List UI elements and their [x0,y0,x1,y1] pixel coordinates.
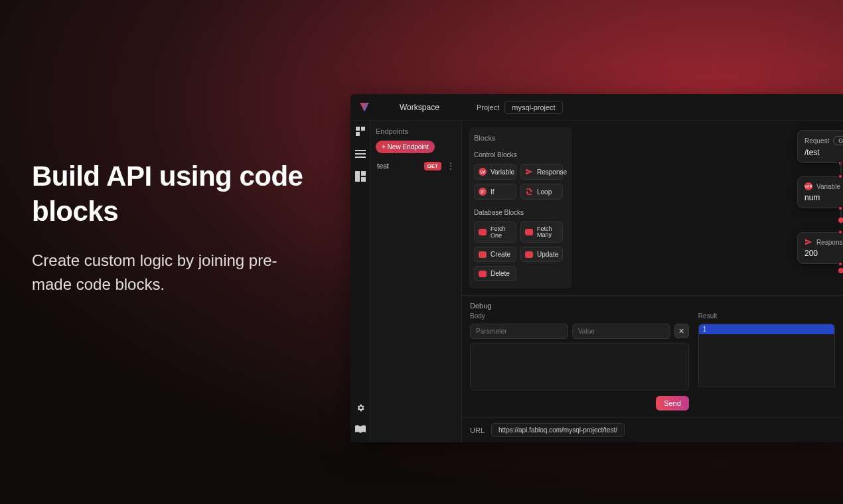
endpoint-name: test [377,162,389,170]
variable-icon: VAR [805,182,812,190]
node-title: Request [805,137,829,145]
svg-rect-6 [355,171,360,182]
node-request[interactable]: Request GET /test [797,130,843,163]
db-icon [479,271,487,277]
flow-canvas[interactable]: Request GET /test VAR Variable num [572,121,843,295]
project-label: Project [477,103,499,111]
svg-rect-2 [356,132,360,136]
endpoint-url[interactable]: https://api.fabloq.com/mysql-project/tes… [491,423,625,437]
port-out-icon[interactable] [838,261,843,267]
endpoints-heading: Endpoints [376,127,456,135]
hero-subtitle: Create custom logic by joining pre-made … [32,249,311,296]
node-value: /test [805,148,843,157]
block-fetch-one[interactable]: Fetch One [474,221,516,243]
block-label: Response [537,168,567,176]
db-icon [479,229,487,235]
project-selector[interactable]: mysql-project [504,101,562,114]
db-icon [479,251,487,258]
debug-body-label: Body [470,312,689,320]
node-title: Response [816,239,843,246]
workspace-label: Workspace [400,103,439,112]
svg-rect-7 [361,171,366,176]
endpoint-row[interactable]: test GET ⋮ [376,158,456,173]
appbar: Workspace Project mysql-project [350,94,843,121]
docs-icon[interactable] [355,424,366,434]
block-label: Update [537,251,558,258]
svg-rect-0 [356,127,360,131]
result-box: 1 [698,324,835,387]
node-variable[interactable]: VAR Variable num [797,176,843,208]
block-label: Delete [491,270,510,277]
block-variable[interactable]: VAR Variable [474,164,516,180]
svg-text:VAR: VAR [480,170,485,174]
send-icon [805,238,812,246]
nav-endpoints-icon[interactable] [355,126,366,137]
connector-dot-icon [838,218,843,223]
app-logo-icon [360,103,369,112]
debug-panel: Debug Body ✕ Send Result [462,296,843,417]
block-label: Fetch One [491,225,512,239]
svg-rect-3 [355,150,366,151]
group-database-title: Database Blocks [474,209,566,216]
settings-icon[interactable] [355,403,366,413]
node-title: Variable [816,183,840,190]
block-create[interactable]: Create [474,247,516,262]
result-line-number: 1 [703,326,707,333]
if-icon: IF [479,188,487,196]
endpoint-menu-icon[interactable]: ⋮ [447,161,455,170]
node-value: num [805,193,843,202]
nav-list-icon[interactable] [355,149,366,159]
hero-title: Build API using code blocks [32,159,311,229]
port-in-icon[interactable] [838,229,843,235]
svg-rect-8 [361,177,366,182]
node-method-chip: GET [833,136,843,145]
new-endpoint-button[interactable]: + New Endpoint [376,141,435,153]
url-label: URL [470,426,485,434]
param-key-input[interactable] [470,324,568,339]
endpoint-method-badge: GET [424,162,441,170]
port-in-icon[interactable] [838,174,843,179]
remove-param-button[interactable]: ✕ [674,324,689,338]
block-loop[interactable]: Loop [520,184,563,200]
group-control-title: Control Blocks [474,151,566,158]
block-label: If [491,188,495,196]
db-icon [525,251,533,258]
node-response[interactable]: Response 200 [797,232,843,264]
block-delete[interactable]: Delete [474,266,516,281]
nav-rail [350,121,370,442]
svg-rect-4 [355,153,366,155]
param-value-input[interactable] [572,324,670,339]
block-label: Variable [491,168,514,176]
blocks-heading: Blocks [474,134,566,142]
variable-icon: VAR [479,168,487,176]
debug-heading: Debug [470,302,835,310]
endpoints-sidebar: Endpoints + New Endpoint test GET ⋮ [370,121,462,442]
app-window: Workspace Project mysql-project [350,94,843,442]
block-fetch-many[interactable]: Fetch Many [520,221,563,243]
debug-result-label: Result [698,312,835,320]
svg-rect-1 [361,127,365,131]
block-update[interactable]: Update [520,247,563,262]
send-icon [525,168,533,176]
request-body-box[interactable] [470,343,689,391]
block-label: Fetch Many [537,226,558,238]
loop-icon [525,188,533,196]
block-label: Loop [537,188,552,196]
node-value: 200 [805,249,843,258]
block-if[interactable]: IF If [474,184,516,200]
connector-dot-icon [838,268,843,273]
blocks-panel: Blocks Control Blocks VAR Variable Respo… [469,127,572,288]
send-button[interactable]: Send [656,396,689,410]
svg-rect-5 [355,157,366,158]
block-label: Create [491,251,510,258]
nav-layout-icon[interactable] [355,171,366,182]
block-response[interactable]: Response [520,164,563,180]
db-icon [525,229,533,235]
url-bar: URL https://api.fabloq.com/mysql-project… [462,417,843,442]
